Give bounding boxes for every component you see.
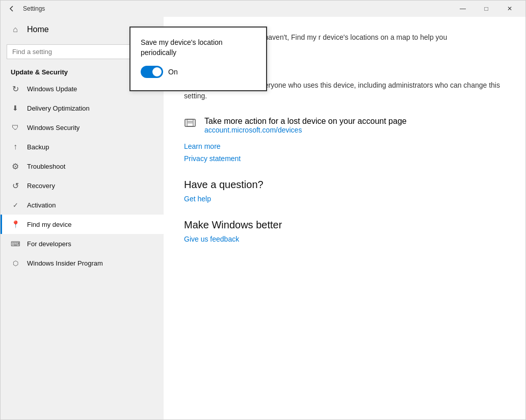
minimize-button[interactable]: — bbox=[451, 1, 475, 17]
location-toggle[interactable] bbox=[141, 66, 163, 78]
question-section: Have a question? Get help bbox=[184, 179, 505, 203]
make-better-heading: Make Windows better bbox=[184, 219, 505, 231]
action-icon bbox=[184, 118, 198, 132]
windows-update-icon: ↻ bbox=[11, 84, 20, 93]
sidebar-item-label: Find my device bbox=[27, 221, 71, 228]
developers-icon: ⌨ bbox=[11, 239, 20, 248]
sidebar-item-recovery[interactable]: ↺ Recovery bbox=[1, 176, 164, 195]
toggle-on-label: On bbox=[168, 68, 178, 76]
home-label: Home bbox=[27, 25, 49, 34]
backup-icon: ↑ bbox=[11, 142, 20, 151]
tooltip-title: Save my device's location periodically bbox=[141, 38, 256, 58]
recovery-icon: ↺ bbox=[11, 181, 20, 190]
back-icon bbox=[9, 6, 15, 12]
windows-security-icon: 🛡 bbox=[11, 123, 20, 132]
sidebar-item-activation[interactable]: ✓ Activation bbox=[1, 195, 164, 215]
get-help-link[interactable]: Get help bbox=[184, 195, 505, 203]
sidebar-item-windows-insider[interactable]: ⬡ Windows Insider Program bbox=[1, 253, 164, 273]
activation-icon: ✓ bbox=[11, 200, 20, 209]
tooltip-card: Save my device's location periodically O… bbox=[129, 27, 267, 91]
title-bar: Settings — □ ✕ bbox=[1, 1, 525, 17]
sidebar-item-label: Activation bbox=[27, 201, 56, 209]
make-better-section: Make Windows better Give us feedback bbox=[184, 219, 505, 243]
privacy-statement-link[interactable]: Privacy statement bbox=[184, 154, 505, 163]
sidebar-item-label: Troubleshoot bbox=[27, 163, 65, 170]
sidebar-item-for-developers[interactable]: ⌨ For developers bbox=[1, 234, 164, 253]
toggle-thumb bbox=[152, 67, 162, 76]
toggle-row: On bbox=[141, 66, 256, 78]
sidebar-item-label: For developers bbox=[27, 240, 71, 248]
home-icon: ⌂ bbox=[11, 25, 20, 34]
back-button[interactable] bbox=[5, 2, 19, 16]
title-bar-left: Settings bbox=[5, 2, 451, 16]
find-device-icon: 📍 bbox=[11, 220, 20, 229]
sidebar-item-label: Delivery Optimization bbox=[27, 104, 90, 112]
links-section: Learn more Privacy statement bbox=[184, 142, 505, 163]
sidebar-item-find-my-device[interactable]: 📍 Find my device bbox=[1, 215, 164, 234]
troubleshoot-icon: ⚙ bbox=[11, 162, 20, 171]
sidebar-item-label: Windows Insider Program bbox=[27, 259, 103, 267]
delivery-optimization-icon: ⬇ bbox=[11, 103, 20, 113]
sidebar-item-delivery-optimization[interactable]: ⬇ Delivery Optimization bbox=[1, 98, 164, 118]
sidebar-item-backup[interactable]: ↑ Backup bbox=[1, 137, 164, 156]
sidebar-item-label: Backup bbox=[27, 143, 49, 151]
action-text-content: Take more action for a lost device on yo… bbox=[204, 117, 407, 125]
sidebar-item-label: Windows Security bbox=[27, 124, 80, 132]
toggle-track[interactable] bbox=[141, 66, 163, 78]
give-feedback-link[interactable]: Give us feedback bbox=[184, 235, 505, 243]
window-title: Settings bbox=[23, 5, 45, 12]
question-heading: Have a question? bbox=[184, 179, 505, 191]
maximize-button[interactable]: □ bbox=[475, 1, 498, 17]
window-controls: — □ ✕ bbox=[451, 1, 521, 17]
insider-icon: ⬡ bbox=[11, 258, 20, 268]
action-text: Take more action for a lost device on yo… bbox=[204, 117, 407, 138]
sidebar-item-troubleshoot[interactable]: ⚙ Troubleshoot bbox=[1, 156, 164, 176]
sidebar-item-label: Windows Update bbox=[27, 85, 77, 93]
learn-more-link[interactable]: Learn more bbox=[184, 142, 505, 150]
close-button[interactable]: ✕ bbox=[498, 1, 521, 17]
sidebar-item-label: Recovery bbox=[27, 182, 55, 190]
account-link[interactable]: account.microsoft.com/devices bbox=[204, 126, 407, 134]
sidebar-item-windows-security[interactable]: 🛡 Windows Security bbox=[1, 118, 164, 137]
action-row: Take more action for a lost device on yo… bbox=[184, 117, 505, 138]
